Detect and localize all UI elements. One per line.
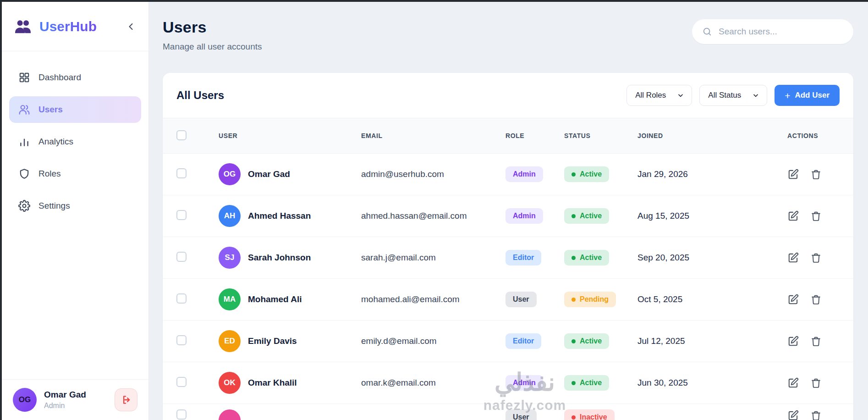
- joined-date: Jul 12, 2025: [637, 336, 787, 346]
- status-label: Active: [580, 254, 602, 262]
- role-badge: User: [505, 409, 537, 420]
- users-icon: [18, 104, 30, 116]
- role-badge: User: [505, 292, 537, 307]
- sidebar: UserHub Dashboard Users Analytics: [2, 2, 149, 420]
- trash-icon: [810, 410, 822, 420]
- table-row: SJ Sarah Johnson sarah.j@email.com Edito…: [163, 237, 853, 279]
- table-row: User Inactive: [163, 404, 853, 420]
- row-checkbox[interactable]: [176, 252, 187, 262]
- delete-button[interactable]: [810, 169, 822, 180]
- user-name: Omar Khalil: [248, 378, 297, 388]
- user-name: Ahmed Hassan: [248, 211, 311, 221]
- users-panel: All Users All Roles All Status + Add U: [163, 73, 853, 420]
- edit-button[interactable]: [787, 335, 799, 347]
- edit-button[interactable]: [787, 210, 799, 222]
- delete-button[interactable]: [810, 294, 822, 305]
- role-badge: Admin: [505, 166, 543, 182]
- trash-icon: [810, 294, 822, 305]
- column-header-actions: ACTIONS: [787, 132, 853, 139]
- edit-button[interactable]: [787, 409, 799, 420]
- delete-button[interactable]: [810, 210, 822, 222]
- joined-date: Jun 30, 2025: [637, 378, 787, 388]
- profile-name: Omar Gad: [44, 390, 107, 400]
- role-badge: Admin: [505, 375, 543, 391]
- status-label: Active: [580, 379, 602, 387]
- row-checkbox[interactable]: [176, 377, 187, 387]
- column-header-role: ROLE: [505, 132, 564, 139]
- avatar: OG: [219, 163, 241, 185]
- status-badge: Active: [564, 250, 609, 265]
- column-header-user: USER: [219, 132, 361, 139]
- row-checkbox[interactable]: [176, 335, 187, 345]
- status-dot: [571, 415, 576, 420]
- delete-button[interactable]: [810, 252, 822, 264]
- status-badge: Active: [564, 166, 609, 182]
- table-body: OG Omar Gad admin@userhub.com Admin Acti…: [163, 154, 853, 420]
- sidebar-collapse-button[interactable]: [126, 21, 137, 32]
- main-content: Users Manage all user accounts All Users…: [149, 2, 868, 420]
- role-badge: Admin: [505, 208, 543, 224]
- status-dot: [571, 298, 576, 302]
- delete-button[interactable]: [810, 336, 822, 347]
- chevron-down-icon: [677, 92, 684, 99]
- user-email: omar.k@email.com: [361, 378, 505, 388]
- row-checkbox[interactable]: [176, 210, 187, 220]
- edit-icon: [787, 377, 799, 389]
- status-badge: Inactive: [564, 409, 615, 420]
- sidebar-item-settings[interactable]: Settings: [9, 193, 141, 219]
- logo-row: UserHub: [2, 2, 148, 51]
- sidebar-item-label: Settings: [38, 201, 70, 211]
- userhub-logo-icon: [14, 19, 32, 34]
- row-checkbox[interactable]: [176, 409, 187, 420]
- edit-button[interactable]: [787, 252, 799, 264]
- status-dot: [571, 256, 576, 260]
- edit-icon: [787, 168, 799, 180]
- user-email: mohamed.ali@email.com: [361, 294, 505, 304]
- table-row: OG Omar Gad admin@userhub.com Admin Acti…: [163, 154, 853, 195]
- column-header-email: EMAIL: [361, 132, 505, 139]
- page-subtitle: Manage all user accounts: [163, 42, 262, 52]
- sidebar-item-label: Roles: [38, 169, 61, 179]
- panel-title: All Users: [176, 89, 224, 102]
- search-box: [692, 19, 853, 44]
- select-all-checkbox[interactable]: [176, 130, 187, 140]
- delete-button[interactable]: [810, 410, 822, 420]
- roles-filter-select[interactable]: All Roles: [626, 85, 692, 106]
- column-header-joined: JOINED: [637, 132, 787, 139]
- edit-button[interactable]: [787, 377, 799, 389]
- status-badge: Pending: [564, 292, 616, 307]
- avatar: [219, 409, 241, 420]
- edit-button[interactable]: [787, 168, 799, 180]
- status-filter-select[interactable]: All Status: [699, 85, 767, 106]
- sidebar-item-analytics[interactable]: Analytics: [9, 128, 141, 155]
- search-input[interactable]: [719, 27, 843, 37]
- delete-button[interactable]: [810, 377, 822, 389]
- sidebar-item-users[interactable]: Users: [9, 96, 141, 123]
- plus-icon: +: [785, 91, 790, 100]
- status-dot: [571, 381, 576, 385]
- joined-date: Oct 5, 2025: [637, 294, 787, 304]
- sidebar-item-label: Analytics: [38, 137, 73, 147]
- user-name: Omar Gad: [248, 169, 290, 179]
- roles-filter-value: All Roles: [635, 91, 666, 100]
- dashboard-grid-icon: [18, 72, 30, 83]
- table-row: ED Emily Davis emily.d@email.com Editor …: [163, 321, 853, 362]
- sidebar-item-roles[interactable]: Roles: [9, 160, 141, 187]
- edit-button[interactable]: [787, 293, 799, 305]
- chevron-down-icon: [752, 92, 759, 99]
- status-label: Active: [580, 337, 602, 345]
- row-checkbox[interactable]: [176, 168, 187, 178]
- profile-role: Admin: [44, 402, 107, 410]
- add-user-label: Add User: [795, 91, 830, 100]
- table-row: MA Mohamed Ali mohamed.ali@email.com Use…: [163, 279, 853, 321]
- status-label: Active: [580, 212, 602, 220]
- search-icon: [702, 27, 712, 37]
- shield-icon: [18, 168, 30, 180]
- add-user-button[interactable]: + Add User: [775, 85, 840, 106]
- row-checkbox[interactable]: [176, 293, 187, 304]
- logout-button[interactable]: [115, 388, 137, 411]
- sidebar-item-dashboard[interactable]: Dashboard: [9, 64, 141, 91]
- gear-icon: [18, 200, 30, 212]
- user-name: Mohamed Ali: [248, 294, 302, 304]
- role-badge: Editor: [505, 250, 541, 265]
